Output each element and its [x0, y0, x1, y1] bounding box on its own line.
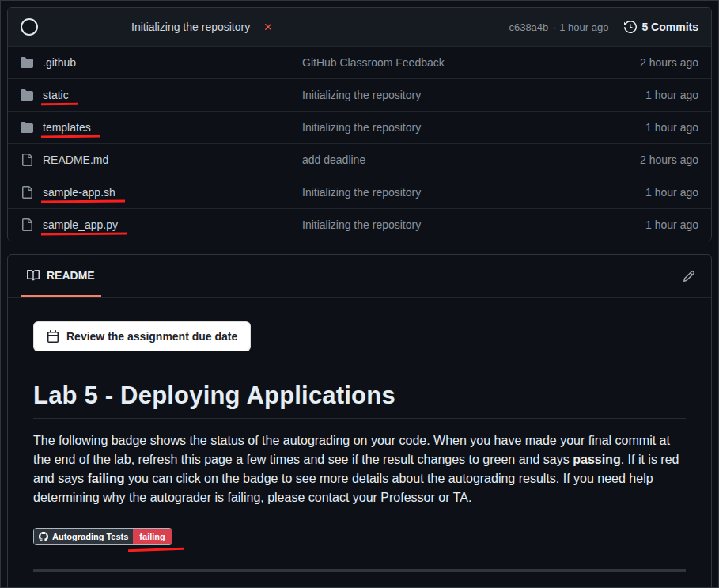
row-commit-time: 1 hour ago — [596, 218, 698, 231]
row-commit-message-link[interactable]: add deadline — [302, 154, 596, 166]
tab-readme-label: README — [47, 269, 95, 282]
row-commit-message-link[interactable]: GitHub Classroom Feedback — [302, 56, 596, 69]
table-row: sample_app.pyInitializing the repository… — [8, 208, 711, 241]
file-browser: Initializing the repository c638a4b · 1 … — [7, 7, 712, 241]
file-link[interactable]: .github — [43, 56, 76, 69]
commit-time: · 1 hour ago — [553, 21, 608, 33]
file-link[interactable]: templates — [43, 121, 91, 134]
file-icon — [21, 218, 33, 231]
commit-message-link[interactable]: Initializing the repository — [131, 21, 250, 33]
table-row: README.mdadd deadline2 hours ago — [8, 143, 711, 176]
horizontal-rule — [33, 569, 686, 572]
folder-icon — [21, 56, 33, 69]
book-icon — [27, 269, 40, 282]
folder-icon — [21, 89, 33, 101]
row-commit-time: 1 hour ago — [596, 121, 698, 134]
autograding-badge-label: Autograding Tests — [34, 529, 133, 544]
file-list: .githubGitHub Classroom Feedback2 hours … — [8, 46, 711, 241]
readme-header: README — [8, 255, 711, 298]
row-commit-message-link[interactable]: Initializing the repository — [302, 218, 596, 231]
file-link[interactable]: README.md — [43, 154, 108, 166]
readme-paragraph: The following badge shows the status of … — [33, 431, 686, 507]
commits-count-link[interactable]: 5 Commits — [641, 21, 698, 33]
repo-page: Initializing the repository c638a4b · 1 … — [0, 0, 719, 588]
table-row: sample-app.shInitializing the repository… — [8, 176, 711, 208]
tab-readme[interactable]: README — [21, 255, 101, 297]
file-link[interactable]: sample-app.sh — [43, 186, 115, 199]
readme-title: Lab 5 - Deploying Applications — [33, 381, 686, 419]
row-commit-time: 1 hour ago — [596, 89, 698, 101]
file-icon — [21, 154, 33, 166]
folder-icon — [21, 121, 33, 134]
file-link[interactable]: sample_app.py — [43, 218, 118, 231]
commit-hash-link[interactable]: c638a4b — [509, 21, 548, 33]
row-commit-message-link[interactable]: Initializing the repository — [302, 186, 596, 199]
row-commit-time: 1 hour ago — [596, 186, 698, 199]
table-row: templatesInitializing the repository1 ho… — [8, 111, 711, 143]
row-commit-message-link[interactable]: Initializing the repository — [302, 121, 596, 134]
review-due-date-button[interactable]: Review the assignment due date — [33, 321, 251, 351]
edit-readme-button[interactable] — [679, 267, 698, 286]
file-name-cell: .github — [21, 56, 302, 69]
file-name-cell: sample_app.py — [21, 218, 302, 231]
row-commit-time: 2 hours ago — [596, 154, 698, 166]
table-row: staticInitializing the repository1 hour … — [8, 78, 711, 111]
github-icon — [39, 532, 48, 541]
readme-content: Review the assignment due date Lab 5 - D… — [8, 298, 711, 588]
readme-section: README Review the assignment due date La… — [7, 254, 712, 588]
row-commit-message-link[interactable]: Initializing the repository — [302, 89, 596, 101]
review-due-date-label: Review the assignment due date — [66, 330, 237, 343]
history-icon — [624, 21, 637, 33]
table-row: .githubGitHub Classroom Feedback2 hours … — [8, 46, 711, 78]
commit-status-x-icon[interactable] — [263, 21, 274, 32]
file-icon — [21, 186, 33, 199]
file-name-cell: static — [21, 89, 302, 101]
autograding-badge-status: failing — [133, 529, 171, 544]
file-link[interactable]: static — [43, 89, 69, 101]
row-commit-time: 2 hours ago — [596, 56, 698, 69]
file-name-cell: sample-app.sh — [21, 186, 302, 199]
file-name-cell: templates — [21, 121, 302, 134]
avatar[interactable] — [21, 18, 38, 36]
file-name-cell: README.md — [21, 154, 302, 166]
latest-commit-bar: Initializing the repository c638a4b · 1 … — [8, 8, 711, 46]
autograding-badge[interactable]: Autograding Tests failing — [33, 528, 172, 545]
calendar-icon — [47, 330, 59, 343]
badge-row: Autograding Tests failing — [33, 528, 686, 545]
